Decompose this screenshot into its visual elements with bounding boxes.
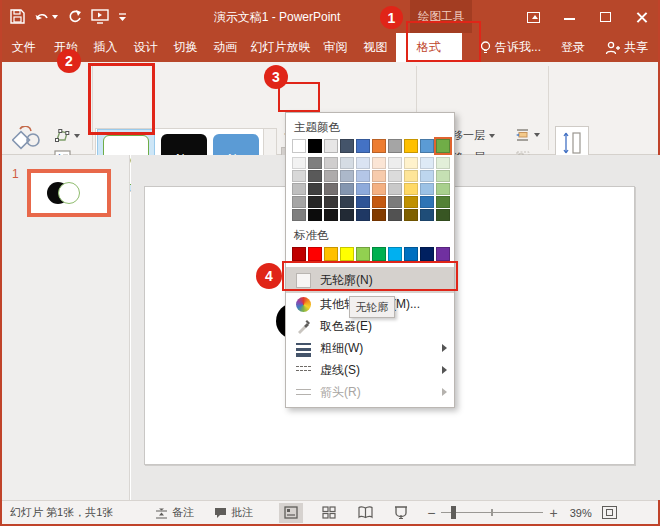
theme-variant-swatch[interactable] <box>356 196 370 208</box>
standard-color-swatch[interactable] <box>436 247 450 261</box>
slide-sorter-view-button[interactable] <box>317 503 341 523</box>
theme-variant-swatch[interactable] <box>388 183 402 195</box>
standard-color-swatch[interactable] <box>388 247 402 261</box>
tell-me-box[interactable]: 告诉我... <box>470 33 551 62</box>
standard-color-swatch[interactable] <box>308 247 322 261</box>
zoom-out-button[interactable]: − <box>427 505 435 521</box>
theme-variant-swatch[interactable] <box>292 170 306 182</box>
theme-color-swatch[interactable] <box>308 139 322 153</box>
redo-button[interactable] <box>67 9 82 24</box>
standard-color-swatch[interactable] <box>356 247 370 261</box>
undo-button[interactable] <box>34 10 58 24</box>
standard-color-swatch[interactable] <box>420 247 434 261</box>
theme-variant-swatch[interactable] <box>436 196 450 208</box>
theme-variant-swatch[interactable] <box>404 183 418 195</box>
theme-color-swatch[interactable] <box>292 139 306 153</box>
maximize-icon[interactable] <box>598 9 614 25</box>
customize-qat-icon[interactable] <box>118 11 127 23</box>
tab-animations[interactable]: 动画 <box>205 33 245 62</box>
menu-item-dashes[interactable]: 虚线(S) <box>286 359 454 381</box>
share-button[interactable]: 共享 <box>595 33 658 62</box>
theme-variant-swatch[interactable] <box>324 157 338 169</box>
theme-color-swatch[interactable] <box>372 139 386 153</box>
tab-review[interactable]: 审阅 <box>316 33 356 62</box>
theme-variant-swatch[interactable] <box>340 157 354 169</box>
align-button[interactable] <box>515 128 540 142</box>
standard-color-swatch[interactable] <box>340 247 354 261</box>
standard-color-swatch[interactable] <box>292 247 306 261</box>
zoom-slider[interactable] <box>441 512 543 514</box>
theme-variant-swatch[interactable] <box>404 170 418 182</box>
theme-variant-swatch[interactable] <box>372 196 386 208</box>
menu-item-weight[interactable]: 粗细(W) <box>286 337 454 359</box>
reading-view-button[interactable] <box>353 503 377 523</box>
theme-variant-swatch[interactable] <box>436 209 450 221</box>
theme-variant-swatch[interactable] <box>292 183 306 195</box>
theme-variant-swatch[interactable] <box>356 183 370 195</box>
theme-variant-swatch[interactable] <box>436 170 450 182</box>
tab-slideshow[interactable]: 幻灯片放映 <box>245 33 315 62</box>
theme-variant-swatch[interactable] <box>292 196 306 208</box>
slide-thumbnail[interactable] <box>27 169 111 217</box>
tab-insert[interactable]: 插入 <box>86 33 126 62</box>
menu-item-arrows[interactable]: 箭头(R) <box>286 381 454 403</box>
zoom-slider-handle[interactable] <box>451 506 456 519</box>
theme-color-swatch[interactable] <box>404 139 418 153</box>
theme-variant-swatch[interactable] <box>308 196 322 208</box>
theme-variant-swatch[interactable] <box>372 170 386 182</box>
minimize-icon[interactable] <box>562 9 578 25</box>
theme-variant-swatch[interactable] <box>324 170 338 182</box>
theme-variant-swatch[interactable] <box>372 157 386 169</box>
theme-variant-swatch[interactable] <box>420 183 434 195</box>
standard-color-swatch[interactable] <box>404 247 418 261</box>
start-slideshow-icon[interactable] <box>91 9 109 24</box>
theme-variant-swatch[interactable] <box>388 170 402 182</box>
theme-variant-swatch[interactable] <box>356 170 370 182</box>
notes-button[interactable]: 备注 <box>155 505 194 520</box>
ribbon-display-options-icon[interactable] <box>526 9 542 25</box>
theme-color-swatch[interactable] <box>356 139 370 153</box>
tab-file[interactable]: 文件 <box>2 33 46 62</box>
theme-variant-swatch[interactable] <box>388 196 402 208</box>
theme-variant-swatch[interactable] <box>340 183 354 195</box>
theme-variant-swatch[interactable] <box>436 183 450 195</box>
close-icon[interactable] <box>634 9 650 25</box>
menu-item-dropper[interactable]: 取色器(E) <box>286 315 454 337</box>
zoom-percentage[interactable]: 39% <box>570 507 592 519</box>
theme-variant-swatch[interactable] <box>340 209 354 221</box>
theme-color-swatch[interactable] <box>324 139 338 153</box>
tab-view[interactable]: 视图 <box>356 33 396 62</box>
theme-variant-swatch[interactable] <box>356 157 370 169</box>
theme-variant-swatch[interactable] <box>372 183 386 195</box>
theme-variant-swatch[interactable] <box>324 196 338 208</box>
undo-dropdown-icon[interactable] <box>52 15 58 19</box>
theme-variant-swatch[interactable] <box>292 209 306 221</box>
theme-variant-swatch[interactable] <box>388 157 402 169</box>
theme-variant-swatch[interactable] <box>404 157 418 169</box>
theme-variant-swatch[interactable] <box>340 170 354 182</box>
theme-color-swatch[interactable] <box>436 139 450 153</box>
save-icon[interactable] <box>10 9 25 24</box>
theme-variant-swatch[interactable] <box>420 196 434 208</box>
theme-variant-swatch[interactable] <box>340 196 354 208</box>
fit-slide-to-window-icon[interactable] <box>602 506 617 519</box>
theme-variant-swatch[interactable] <box>388 209 402 221</box>
theme-variant-swatch[interactable] <box>404 209 418 221</box>
theme-color-swatch[interactable] <box>340 139 354 153</box>
theme-variant-swatch[interactable] <box>308 183 322 195</box>
theme-variant-swatch[interactable] <box>356 209 370 221</box>
standard-color-swatch[interactable] <box>372 247 386 261</box>
theme-variant-swatch[interactable] <box>308 170 322 182</box>
theme-variant-swatch[interactable] <box>436 157 450 169</box>
theme-color-swatch[interactable] <box>420 139 434 153</box>
theme-variant-swatch[interactable] <box>324 209 338 221</box>
slideshow-view-button[interactable] <box>389 503 413 523</box>
tab-transitions[interactable]: 切换 <box>165 33 205 62</box>
theme-variant-swatch[interactable] <box>404 196 418 208</box>
standard-color-swatch[interactable] <box>324 247 338 261</box>
theme-color-swatch[interactable] <box>388 139 402 153</box>
tab-design[interactable]: 设计 <box>126 33 166 62</box>
comments-button[interactable]: 批注 <box>214 505 253 520</box>
normal-view-button[interactable] <box>279 503 303 523</box>
theme-variant-swatch[interactable] <box>372 209 386 221</box>
